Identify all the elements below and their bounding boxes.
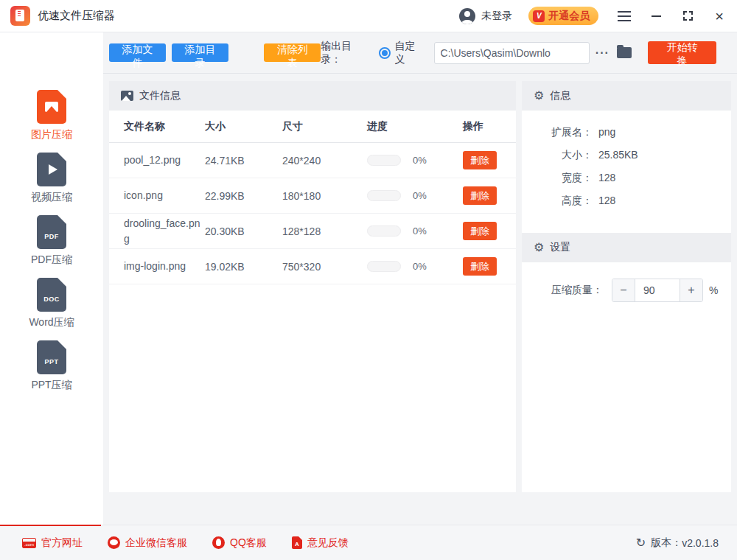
app-logo-icon [10,6,30,26]
ppt-file-icon: PPT [37,340,66,374]
toolbar: 添加文件 添加目录 清除列表 输出目录： 自定义 ··· 开始转换 [103,32,737,74]
hamburger-menu-icon[interactable] [618,11,631,21]
file-name: img-login.png [124,259,200,273]
footer: 官方网址 企业微信客服 QQ客服 意见反馈 ↻ 版本： v2.0.1.8 [0,525,737,560]
version-info: ↻ 版本： v2.0.1.8 [636,536,719,550]
settings-panel-title: 设置 [550,241,570,254]
info-row-extension: 扩展名： png [522,125,731,139]
output-path-input[interactable] [434,42,590,64]
gear-icon: ⚙ [534,242,544,253]
image-file-icon [37,90,66,124]
file-dimensions: 240*240 [282,155,367,167]
file-name: pool_12.png [124,153,200,167]
progress-percent: 0% [413,225,427,237]
quality-increase-button[interactable]: + [680,279,702,301]
version-prefix: 版本： [651,536,682,550]
update-refresh-icon[interactable]: ↻ [636,536,646,550]
feedback-doc-icon [292,536,302,549]
sidebar-item-label: PDF压缩 [31,253,72,267]
quality-unit: % [709,284,718,296]
delete-button[interactable]: 删除 [463,257,497,276]
col-progress: 进度 [367,120,463,133]
sidebar-item-ppt-compress[interactable]: PPT PPT压缩 [31,340,71,392]
file-panel-title: 文件信息 [139,89,181,102]
file-dimensions: 128*128 [282,225,367,237]
progress-percent: 0% [413,190,427,201]
footer-accent-line [0,525,101,526]
open-vip-button[interactable]: V 开通会员 [528,7,598,25]
gear-icon: ⚙ [534,90,544,102]
delete-button[interactable]: 删除 [463,151,497,169]
start-convert-button[interactable]: 开始转换 [648,41,716,64]
settings-panel-header: ⚙ 设置 [522,233,731,262]
table-row: img-login.png 19.02KB 750*320 0% 删除 [109,249,516,284]
sidebar-item-pdf-compress[interactable]: PDF PDF压缩 [31,215,72,267]
file-size: 22.99KB [205,190,282,202]
table-row: drooling_face.png 20.30KB 128*128 0% 删除 [109,214,516,249]
custom-radio-label: 自定义 [395,40,425,66]
version-number: v2.0.1.8 [682,537,719,549]
add-directory-button[interactable]: 添加目录 [172,43,228,62]
wechat-icon [108,536,120,549]
sidebar-item-video-compress[interactable]: 视频压缩 [31,153,72,204]
size-value: 25.85KB [598,148,638,161]
file-size: 24.71KB [205,155,282,167]
col-size: 大小 [205,120,282,133]
info-row-size: 大小： 25.85KB [522,148,731,161]
height-value: 128 [598,194,615,207]
info-panel-header: ⚙ 信息 [522,81,731,111]
info-row-height: 高度： 128 [522,194,731,207]
progress-percent: 0% [413,261,427,272]
quality-setting-row: 压缩质量： − 90 + % [522,262,731,302]
output-dir-label: 输出目录： [321,40,371,66]
website-icon [22,538,36,548]
browse-more-button[interactable]: ··· [595,46,609,60]
close-icon[interactable]: × [715,11,724,21]
login-status[interactable]: 未登录 [481,10,512,23]
file-dimensions: 750*320 [282,261,367,273]
quality-value[interactable]: 90 [635,279,680,301]
info-settings-panel: ⚙ 信息 扩展名： png 大小： 25.85KB 宽度： 128 [522,81,731,492]
vip-badge-icon: V [533,10,545,22]
quality-label: 压缩质量： [551,284,603,297]
file-size: 20.30KB [205,225,282,237]
delete-button[interactable]: 删除 [463,222,497,240]
file-name: drooling_face.png [124,216,200,246]
pdf-file-icon: PDF [37,215,66,249]
table-row: icon.png 22.99KB 180*180 0% 删除 [109,178,516,214]
file-name: icon.png [124,188,200,203]
qq-support-link[interactable]: QQ客服 [212,536,267,550]
minimize-icon[interactable] [652,15,661,17]
table-row: pool_12.png 24.71KB 240*240 0% 删除 [109,143,516,178]
file-dimensions: 180*180 [282,190,367,202]
feedback-link[interactable]: 意见反馈 [292,536,349,550]
open-folder-icon[interactable] [617,47,632,58]
sidebar-item-image-compress[interactable]: 图片压缩 [31,90,72,141]
file-info-panel: 文件信息 文件名称 大小 尺寸 进度 操作 pool_12.png 24.71K… [109,81,516,492]
quality-decrease-button[interactable]: − [612,279,635,301]
delete-button[interactable]: 删除 [463,186,497,205]
user-avatar-icon[interactable] [459,8,475,24]
quality-stepper: − 90 + [612,279,703,302]
sidebar-item-label: Word压缩 [29,316,74,329]
custom-radio[interactable] [379,47,391,59]
progress-bar [367,190,401,201]
sidebar: 图片压缩 视频压缩 PDF PDF压缩 DOC Word压缩 PPT PPT压缩 [0,32,103,525]
info-fields: 扩展名： png 大小： 25.85KB 宽度： 128 高度： 128 [522,111,731,223]
qq-icon [212,536,225,549]
sidebar-item-label: 视频压缩 [31,191,72,204]
clear-list-button[interactable]: 清除列表 [264,43,321,62]
vip-label: 开通会员 [548,10,590,23]
doc-file-icon: DOC [37,278,66,312]
progress-percent: 0% [413,155,427,166]
official-site-link[interactable]: 官方网址 [22,536,83,550]
col-dimensions: 尺寸 [282,120,367,133]
sidebar-item-word-compress[interactable]: DOC Word压缩 [29,278,74,329]
wechat-support-link[interactable]: 企业微信客服 [108,536,187,550]
add-file-button[interactable]: 添加文件 [109,43,166,62]
width-value: 128 [598,171,615,184]
app-title: 优速文件压缩器 [38,9,115,23]
maximize-icon[interactable] [683,11,693,21]
file-panel-header: 文件信息 [109,81,516,111]
col-action: 操作 [463,120,501,133]
